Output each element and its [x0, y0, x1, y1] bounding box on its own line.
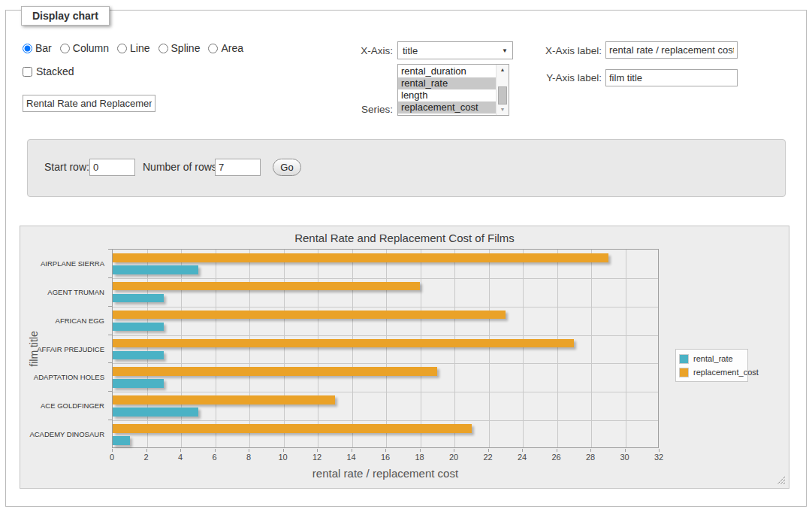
chart-type-option-bar[interactable]: Bar [23, 42, 52, 54]
chart-type-radio-area[interactable] [208, 44, 218, 53]
scroll-thumb[interactable] [498, 86, 507, 105]
x-axis-tick-mark [522, 449, 523, 452]
bar-replacement_cost [113, 339, 574, 348]
series-options: rental_durationrental_ratelengthreplacem… [398, 65, 496, 114]
x-axis-tick-mark [112, 449, 113, 452]
bar-replacement_cost [113, 367, 437, 376]
gridline-vertical [181, 250, 182, 447]
x-axis-tick-mark [488, 449, 489, 452]
y-axis-category-label: AFFAIR PREJUDICE [37, 344, 104, 353]
legend-item: replacement_cost [679, 365, 744, 379]
gridline-vertical [249, 250, 250, 447]
panel-title: Display chart [21, 6, 110, 26]
bar-replacement_cost [113, 253, 608, 262]
x-axis-tick-label: 22 [483, 453, 492, 462]
y-axis-tick-mark [108, 249, 112, 250]
chart-type-radio-spline[interactable] [158, 44, 168, 53]
stacked-checkbox[interactable] [23, 67, 32, 77]
series-scrollbar[interactable]: ▲ ▼ [496, 65, 509, 115]
x-axis-select[interactable]: title ▼ [397, 41, 513, 59]
chart-title-input[interactable] [23, 95, 155, 112]
x-axis-tick-label: 4 [178, 453, 183, 462]
y-axis-tick-mark [108, 306, 112, 307]
gridline-vertical [318, 250, 318, 447]
page: Display chart BarColumnLineSplineArea St… [0, 0, 812, 512]
bar-replacement_cost [113, 311, 506, 320]
chart-type-option-line[interactable]: Line [117, 42, 149, 54]
scroll-down-icon[interactable]: ▼ [497, 105, 509, 115]
y-axis-category-label: AGENT TRUMAN [47, 287, 104, 295]
y-axis-category-label: ADAPTATION HOLES [34, 373, 104, 381]
series-option-length[interactable]: length [398, 89, 496, 101]
gridline-vertical [489, 250, 490, 447]
x-axis-tick-label: 12 [312, 453, 321, 462]
x-axis-tick-label: 28 [586, 453, 595, 462]
x-axis-ticks: 02468101214161820222426283032 [112, 453, 659, 463]
num-rows-input[interactable] [215, 159, 261, 176]
y-axis-category-label: AFRICAN EGG [56, 316, 104, 324]
chart-type-option-column[interactable]: Column [60, 42, 109, 54]
gridline-vertical [523, 250, 524, 447]
bar-rental_rate [113, 294, 164, 303]
x-axis-tick-label: 16 [381, 453, 390, 462]
resize-handle-icon[interactable] [777, 476, 786, 485]
bar-rental_rate [113, 323, 164, 332]
chart-title: Rental Rate and Replacement Cost of Film… [20, 232, 789, 244]
x-axis-tick-mark [283, 449, 284, 452]
chart-type-radio-bar[interactable] [23, 44, 32, 53]
y-axis-tick-mark [108, 420, 112, 420]
gridline-vertical [284, 250, 285, 447]
series-listbox[interactable]: rental_durationrental_ratelengthreplacem… [397, 64, 509, 116]
x-axis-label-input[interactable] [605, 41, 738, 59]
scroll-up-icon[interactable]: ▲ [497, 65, 509, 75]
series-option-rental_duration[interactable]: rental_duration [398, 65, 496, 77]
x-axis-tick-mark [317, 449, 318, 452]
x-axis-tick-label: 18 [415, 453, 424, 462]
x-axis-tick-label: 20 [449, 453, 458, 462]
x-axis-tick-label: 6 [212, 453, 216, 462]
y-axis-label-caption: Y-Axis label: [538, 72, 602, 83]
chart-type-label: Bar [35, 42, 52, 54]
gridline-vertical [147, 250, 148, 447]
chart-plot [112, 249, 659, 448]
chevron-down-icon: ▼ [502, 47, 508, 54]
row-range-box: Start row: Number of rows: Go [27, 139, 786, 197]
chart-type-label: Column [73, 42, 109, 54]
chart-container: Rental Rate and Replacement Cost of Film… [20, 226, 789, 489]
x-axis-tick-label: 14 [346, 453, 355, 462]
series-option-rental_rate[interactable]: rental_rate [398, 77, 496, 89]
gridline-vertical [626, 250, 626, 447]
x-axis-tick-label: 2 [143, 453, 148, 462]
series-option-replacement_cost[interactable]: replacement_cost [398, 101, 496, 114]
bar-replacement_cost [113, 424, 472, 433]
chart-type-radios: BarColumnLineSplineArea [23, 42, 252, 54]
chart-type-option-spline[interactable]: Spline [158, 42, 201, 54]
bar-rental_rate [113, 351, 164, 360]
bar-replacement_cost [113, 395, 335, 404]
legend-swatch [679, 368, 689, 377]
go-button[interactable]: Go [273, 159, 301, 176]
x-axis-tick-mark [454, 449, 454, 452]
chart-type-option-area[interactable]: Area [208, 42, 243, 54]
x-axis-title: rental rate / replacement cost [112, 467, 659, 480]
x-axis-label-caption: X-Axis label: [538, 45, 602, 56]
x-axis-tick-mark [180, 449, 181, 452]
x-axis-tick-label: 8 [246, 453, 251, 462]
bar-rental_rate [113, 436, 130, 445]
y-axis-tick-mark [108, 335, 112, 335]
gridline-vertical [591, 250, 592, 447]
y-axis-category-label: ACE GOLDFINGER [41, 401, 104, 410]
stacked-option[interactable]: Stacked [23, 65, 74, 77]
gridline-horizontal [113, 420, 658, 421]
gridline-vertical [557, 250, 558, 447]
chart-type-radio-column[interactable] [60, 44, 70, 53]
y-axis-label-input[interactable] [605, 69, 738, 86]
start-row-input[interactable] [89, 159, 135, 176]
gridline-vertical [216, 250, 216, 447]
legend-swatch [679, 354, 689, 364]
x-axis-tick-label: 32 [654, 453, 663, 462]
x-axis-tick-mark [590, 449, 591, 452]
x-axis-tick-mark [557, 449, 557, 452]
y-axis-category-label: AIRPLANE SIERRA [41, 259, 104, 267]
chart-type-radio-line[interactable] [117, 44, 127, 53]
